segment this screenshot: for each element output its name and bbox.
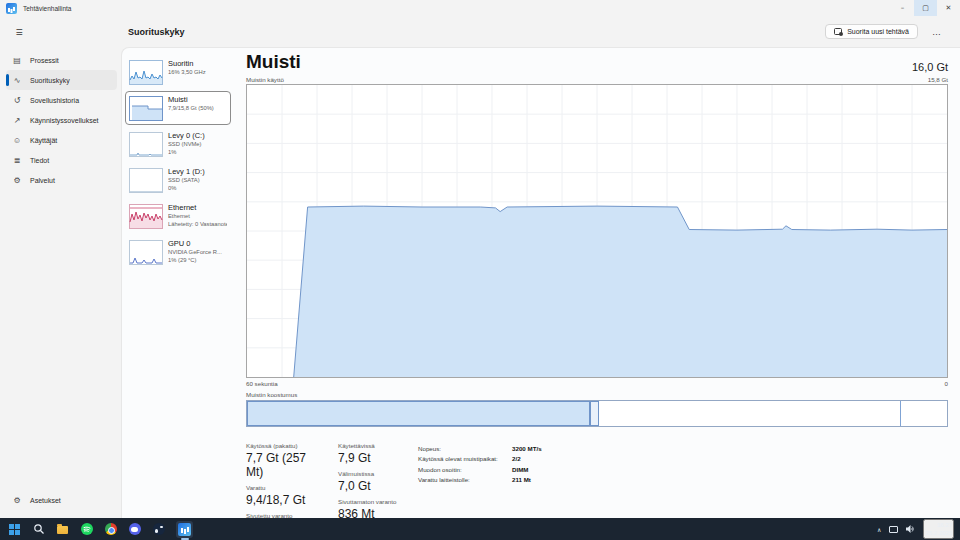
- details-icon: ≣: [12, 156, 22, 165]
- window-controls: – ▢ ✕: [891, 0, 960, 16]
- perf-item-cpu[interactable]: Suoritin 16% 3,50 GHz: [125, 55, 231, 89]
- clock-time: 16.27: [925, 521, 952, 529]
- kv-key: Nopeus:: [418, 445, 506, 452]
- spotify-button[interactable]: [80, 523, 93, 536]
- kv-key: Varattu laitteistolle:: [418, 476, 506, 483]
- sidebar-item-asetukset[interactable]: ⚙ Asetukset: [6, 490, 117, 510]
- titlebar: Tehtävienhallinta – ▢ ✕: [0, 0, 960, 16]
- chart-max-label: 15,8 Gt: [928, 76, 948, 83]
- stat-value-available: 7,9 Gt: [338, 451, 402, 465]
- volume-tray-button[interactable]: [905, 523, 916, 536]
- steam-icon: [153, 523, 165, 535]
- stat-label: Sivuttamaton varanto: [338, 498, 402, 505]
- perf-item-detail: 0%: [168, 185, 205, 193]
- sidebar-item-sovellushistoria[interactable]: ↺ Sovellushistoria: [6, 90, 117, 110]
- discord-button[interactable]: [128, 523, 141, 536]
- menu-toggle-button[interactable]: ☰: [8, 24, 30, 40]
- folder-icon: [57, 526, 68, 534]
- sidebar-item-label: Prosessit: [30, 57, 59, 64]
- perf-item-disk1[interactable]: Levy 1 (D:) SSD (SATA) 0%: [125, 163, 231, 197]
- app-history-icon: ↺: [12, 96, 22, 105]
- stat-value-in-use: 7,7 Gt (257 Mt): [246, 451, 322, 479]
- perf-item-name: Ethernet: [168, 203, 227, 213]
- tray-chevron-up-icon[interactable]: ∧: [877, 526, 881, 533]
- clock[interactable]: 16.27 25.2.2025: [923, 519, 954, 539]
- file-explorer-button[interactable]: [56, 523, 69, 536]
- users-icon: ☺: [12, 136, 22, 145]
- run-new-task-icon: [834, 28, 842, 35]
- composition-segment-free: [901, 401, 947, 426]
- memory-composition-label: Muistin koostumus: [246, 391, 948, 398]
- services-icon: ⚙: [12, 176, 22, 185]
- sidebar-item-kayttajat[interactable]: ☺ Käyttäjät: [6, 130, 117, 150]
- maximize-button[interactable]: ▢: [914, 0, 937, 16]
- memory-mini-chart: [129, 96, 163, 121]
- perf-item-detail: 1% (29 °C): [168, 257, 222, 265]
- stat-label: Käytettävissä: [338, 442, 402, 449]
- sidebar-item-prosessit[interactable]: ▤ Prosessit: [6, 50, 117, 70]
- more-options-button[interactable]: …: [928, 27, 946, 37]
- processes-icon: ▤: [12, 56, 22, 65]
- taskbar: ∧ 16.27 25.2.2025: [0, 518, 960, 540]
- minimize-button[interactable]: –: [891, 0, 914, 16]
- memory-usage-label: Muistin käyttö: [246, 76, 284, 83]
- perf-item-memory[interactable]: Muisti 7,9/15,8 Gt (50%): [125, 91, 231, 125]
- perf-item-name: Suoritin: [168, 59, 206, 69]
- perf-item-name: Levy 0 (C:): [168, 131, 205, 141]
- perf-item-detail: Ethernet: [168, 213, 227, 221]
- search-button[interactable]: [32, 523, 45, 536]
- disk0-mini-chart: [129, 132, 163, 157]
- sidebar: ☰ ▤ Prosessit ∿ Suorituskyky ↺ Sovellush…: [0, 16, 121, 518]
- start-button[interactable]: [8, 523, 21, 536]
- kv-value-form-factor: DIMM: [512, 466, 542, 473]
- performance-icon: ∿: [12, 76, 22, 85]
- sidebar-item-label: Asetukset: [30, 497, 61, 504]
- task-manager-taskbar-button[interactable]: [176, 521, 193, 538]
- windows-logo-icon: [9, 524, 20, 535]
- system-tray: ∧ 16.27 25.2.2025: [877, 519, 954, 539]
- sidebar-item-tiedot[interactable]: ≣ Tiedot: [6, 150, 117, 170]
- kv-value-speed: 3200 MT/s: [512, 445, 542, 452]
- detail-title: Muisti: [246, 52, 301, 73]
- perf-item-detail: SSD (NVMe): [168, 141, 205, 149]
- network-tray-button[interactable]: [888, 523, 898, 536]
- run-new-task-button[interactable]: Suorita uusi tehtävä: [825, 24, 918, 39]
- steam-button[interactable]: [152, 523, 165, 536]
- speaker-icon: [905, 524, 916, 534]
- perf-item-ethernet[interactable]: Ethernet Ethernet Lähetetty: 0 Vastaanot…: [125, 199, 231, 233]
- stat-label: Käytössä (pakattu): [246, 442, 322, 449]
- window-title: Tehtävienhallinta: [23, 5, 71, 12]
- sidebar-item-palvelut[interactable]: ⚙ Palvelut: [6, 170, 117, 190]
- ethernet-mini-chart: [129, 204, 163, 229]
- sidebar-item-label: Suorituskyky: [30, 77, 70, 84]
- perf-item-gpu[interactable]: GPU 0 NVIDIA GeForce R... 1% (29 °C): [125, 235, 231, 269]
- total-memory-value: 16,0 Gt: [912, 61, 948, 73]
- task-manager-window: Tehtävienhallinta – ▢ ✕ ☰ ▤ Prosessit ∿ …: [0, 0, 960, 540]
- task-manager-app-icon: [6, 3, 17, 14]
- gear-icon: ⚙: [12, 496, 22, 505]
- perf-item-detail: NVIDIA GeForce R...: [168, 249, 222, 257]
- kv-value-hw-reserved: 211 Mt: [512, 476, 542, 483]
- stat-label: Varattu: [246, 484, 322, 491]
- stat-value-cached: 7,0 Gt: [338, 479, 402, 493]
- performance-panel: Suoritin 16% 3,50 GHz Muisti 7,9/15,8: [121, 47, 960, 518]
- gpu-mini-chart: [129, 240, 163, 265]
- chrome-button[interactable]: [104, 523, 117, 536]
- perf-item-disk0[interactable]: Levy 0 (C:) SSD (NVMe) 1%: [125, 127, 231, 161]
- stat-value-committed: 9,4/18,7 Gt: [246, 493, 322, 507]
- sidebar-item-suorituskyky[interactable]: ∿ Suorituskyky: [6, 70, 117, 90]
- kv-key: Muodon osoitin:: [418, 466, 506, 473]
- perf-item-detail: 1%: [168, 149, 205, 157]
- sidebar-item-kaynnistyssovellukset[interactable]: ↗ Käynnistyssovellukset: [6, 110, 117, 130]
- cpu-mini-chart: [129, 60, 163, 85]
- perf-item-detail: 7,9/15,8 Gt (50%): [168, 105, 214, 113]
- composition-segment-in-use: [247, 401, 590, 426]
- stat-label: Välimuistissa: [338, 470, 402, 477]
- memory-composition-bar[interactable]: [246, 400, 948, 427]
- close-button[interactable]: ✕: [937, 0, 960, 16]
- disk1-mini-chart: [129, 168, 163, 193]
- chrome-icon: [105, 523, 117, 535]
- kv-key: Käytössä olevat muistipaikat:: [418, 455, 506, 462]
- memory-usage-chart-svg: [247, 85, 947, 377]
- perf-item-name: GPU 0: [168, 239, 222, 249]
